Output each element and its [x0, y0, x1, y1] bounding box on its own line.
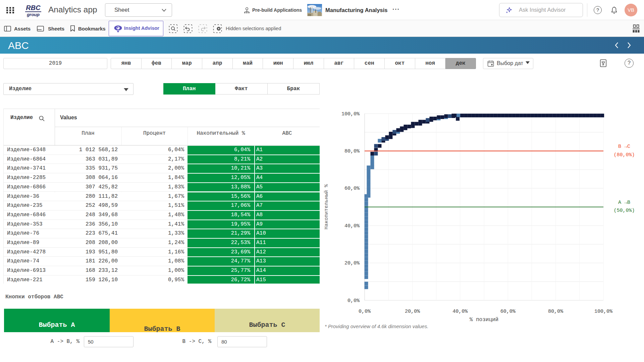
svg-text:60,0%: 60,0%	[500, 309, 516, 314]
svg-text:100,0%: 100,0%	[341, 111, 360, 117]
svg-text:0,0%: 0,0%	[359, 309, 371, 314]
svg-text:40,0%: 40,0%	[344, 223, 360, 229]
svg-text:60,0%: 60,0%	[344, 186, 360, 191]
svg-text:100,0%: 100,0%	[594, 309, 613, 314]
svg-text:% позиций: % позиций	[470, 317, 498, 323]
svg-text:0,0%: 0,0%	[347, 298, 360, 304]
svg-text:20,0%: 20,0%	[405, 309, 420, 314]
svg-text:Накопительный %: Накопительный %	[324, 184, 329, 229]
svg-text:20,0%: 20,0%	[344, 260, 360, 266]
svg-text:80,0%: 80,0%	[344, 148, 360, 154]
svg-text:40,0%: 40,0%	[452, 309, 468, 314]
svg-text:80,0%: 80,0%	[548, 309, 564, 314]
